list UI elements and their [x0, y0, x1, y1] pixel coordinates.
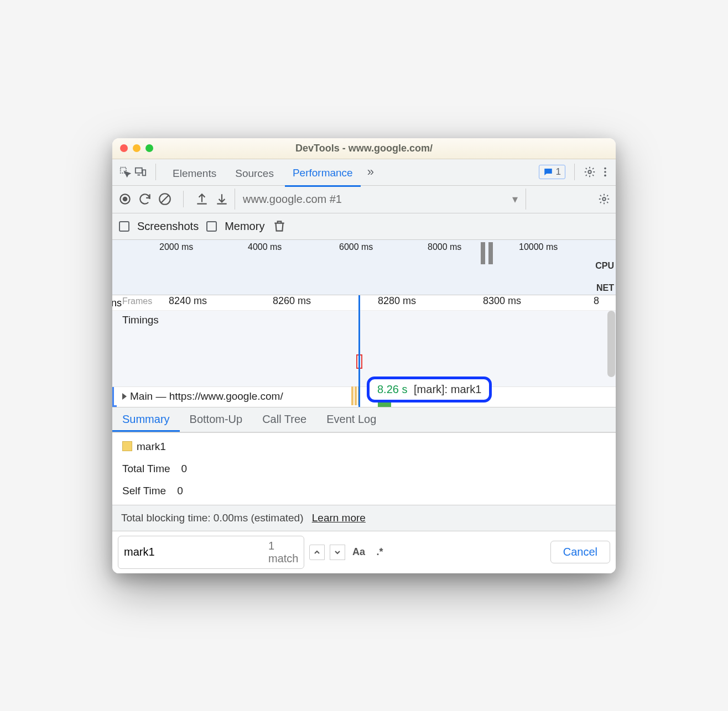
- regex-toggle[interactable]: .*: [372, 545, 387, 560]
- messages-count: 1: [556, 166, 561, 177]
- learn-more-link[interactable]: Learn more: [312, 512, 366, 524]
- overview-tick: 6000 ms: [339, 242, 373, 252]
- search-prev-icon[interactable]: [309, 545, 325, 560]
- main-tabbar: Elements Sources Performance » 1: [112, 159, 616, 186]
- svg-point-10: [602, 197, 606, 201]
- search-next-icon[interactable]: [330, 545, 345, 560]
- kebab-icon[interactable]: [599, 166, 611, 178]
- ruler-tick: 8: [594, 295, 599, 307]
- overview-handle-right[interactable]: [488, 242, 493, 264]
- svg-point-6: [604, 175, 606, 177]
- inspect-icon[interactable]: [119, 166, 131, 178]
- svg-rect-1: [136, 168, 142, 173]
- cpu-label: CPU: [595, 261, 614, 271]
- overview-handle-left[interactable]: [481, 242, 485, 264]
- minimize-icon[interactable]: [133, 144, 141, 152]
- tab-elements[interactable]: Elements: [165, 161, 224, 186]
- summary-name: mark1: [137, 441, 166, 452]
- timings-track[interactable]: Timings: [112, 311, 616, 386]
- svg-point-4: [604, 168, 606, 170]
- svg-point-3: [588, 170, 591, 174]
- ruler-tick: 8300 ms: [483, 295, 521, 307]
- expand-icon[interactable]: [122, 393, 127, 400]
- traffic-lights: [120, 144, 153, 152]
- svg-rect-2: [143, 170, 146, 175]
- window-title: DevTools - www.google.com/: [112, 143, 616, 154]
- case-sensitive-toggle[interactable]: Aa: [351, 545, 366, 560]
- recording-label: www.google.com #1: [243, 193, 342, 206]
- recording-dropdown[interactable]: www.google.com #1 ▾: [235, 189, 526, 210]
- maximize-icon[interactable]: [145, 144, 153, 152]
- total-time-value: 0: [181, 463, 188, 475]
- memory-checkbox[interactable]: [206, 221, 217, 232]
- separator: [155, 164, 156, 180]
- overview-timeline[interactable]: 2000 ms 4000 ms 6000 ms 8000 ms 10000 ms…: [112, 240, 616, 295]
- tab-sources[interactable]: Sources: [227, 161, 282, 186]
- tab-bottomup[interactable]: Bottom-Up: [180, 407, 253, 432]
- summary-panel: mark1 Total Time0 Self Time0: [112, 433, 616, 505]
- ruler-tick: 8260 ms: [273, 295, 311, 307]
- main-label: Main — https://www.google.com/: [130, 390, 283, 402]
- self-time-value: 0: [177, 485, 183, 497]
- tab-summary[interactable]: Summary: [112, 407, 180, 432]
- overview-tick: 10000 ms: [519, 242, 558, 252]
- total-time-label: Total Time: [122, 463, 170, 475]
- overview-tick: 2000 ms: [159, 242, 193, 252]
- flame-ruler: Frames 8240 ms 8260 ms 8280 ms 8300 ms 8: [112, 295, 616, 311]
- messages-badge[interactable]: 1: [539, 165, 565, 179]
- clear-icon[interactable]: [158, 192, 172, 206]
- titlebar: DevTools - www.google.com/: [112, 138, 616, 159]
- playhead[interactable]: [358, 295, 360, 407]
- net-label: NET: [596, 283, 614, 293]
- reload-icon[interactable]: [138, 192, 152, 206]
- mark-time: 8.26 s: [377, 383, 407, 395]
- record-icon[interactable]: [118, 192, 132, 206]
- flame-chart[interactable]: ns Frames 8240 ms 8260 ms 8280 ms 8300 m…: [112, 295, 616, 407]
- trash-icon[interactable]: [272, 219, 287, 233]
- timings-label: Timings: [122, 314, 159, 326]
- self-time-label: Self Time: [122, 485, 166, 497]
- search-bar: 1 match Aa .* Cancel: [112, 531, 616, 573]
- tab-calltree[interactable]: Call Tree: [252, 407, 316, 432]
- overview-tick: 4000 ms: [248, 242, 282, 252]
- separator: [574, 164, 575, 180]
- svg-point-8: [123, 197, 128, 202]
- main-track[interactable]: Main — https://www.google.com/: [112, 386, 616, 406]
- search-input[interactable]: [124, 546, 264, 558]
- perf-toolbar: www.google.com #1 ▾: [112, 186, 616, 213]
- blocking-time-text: Total blocking time: 0.00ms (estimated): [121, 512, 303, 524]
- message-icon: [543, 167, 553, 177]
- overview-tick: 8000 ms: [428, 242, 461, 252]
- chevron-down-icon: ▾: [512, 192, 518, 206]
- details-tabbar: Summary Bottom-Up Call Tree Event Log: [112, 407, 616, 433]
- separator: [183, 191, 184, 207]
- ruler-tick: 8240 ms: [169, 295, 207, 307]
- tab-eventlog[interactable]: Event Log: [316, 407, 386, 432]
- color-swatch: [122, 441, 132, 451]
- more-tabs-icon[interactable]: »: [364, 165, 377, 179]
- ruler-tick: 8280 ms: [378, 295, 416, 307]
- screenshots-label: Screenshots: [137, 220, 199, 233]
- mark-desc: [mark]: mark1: [414, 383, 481, 395]
- upload-icon[interactable]: [195, 192, 209, 206]
- mark-tooltip: 8.26 s [mark]: mark1: [367, 377, 492, 402]
- gear-icon[interactable]: [598, 193, 610, 205]
- frames-label: Frames: [122, 296, 152, 306]
- devtools-window: DevTools - www.google.com/ Elements Sour…: [112, 138, 616, 573]
- tab-performance[interactable]: Performance: [285, 161, 361, 187]
- memory-label: Memory: [225, 220, 264, 233]
- cancel-button[interactable]: Cancel: [550, 541, 610, 563]
- download-icon[interactable]: [215, 192, 229, 206]
- scrollbar[interactable]: [607, 311, 615, 377]
- gear-icon[interactable]: [584, 166, 596, 178]
- search-box: 1 match: [118, 536, 304, 569]
- svg-point-5: [604, 171, 606, 173]
- blocking-time-footer: Total blocking time: 0.00ms (estimated) …: [112, 505, 616, 531]
- close-icon[interactable]: [120, 144, 128, 152]
- options-row: Screenshots Memory: [112, 213, 616, 240]
- screenshots-checkbox[interactable]: [119, 221, 129, 232]
- search-match-count: 1 match: [268, 540, 298, 565]
- device-icon[interactable]: [134, 166, 147, 178]
